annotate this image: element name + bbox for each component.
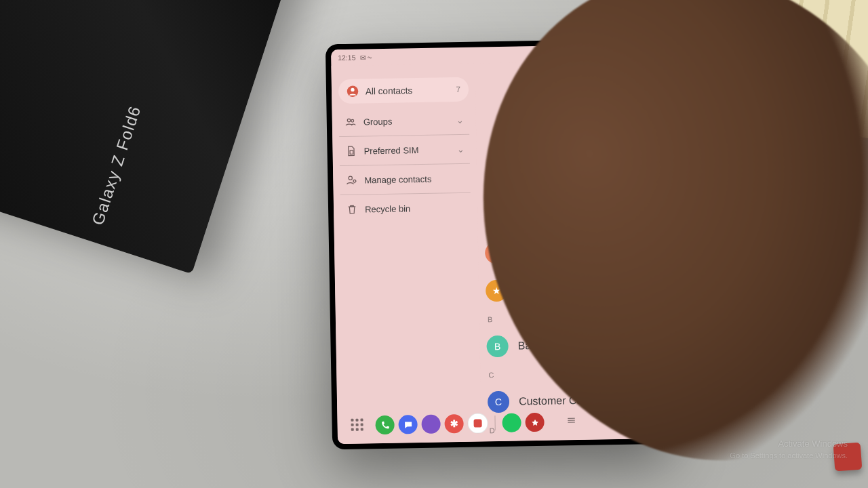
trash-icon xyxy=(346,203,358,216)
background-corner-card xyxy=(833,443,863,472)
sidebar-item-manage-contacts[interactable]: Manage contacts xyxy=(340,164,471,195)
dock-app-red-icon[interactable]: ✱ xyxy=(444,414,463,433)
sidebar-item-preferred-sim[interactable]: Preferred SIM ⌄ xyxy=(339,135,470,166)
contact-name: Camerone Wanarua xyxy=(516,245,614,259)
dock-phone-icon[interactable] xyxy=(375,415,394,434)
windows-activate-watermark: Activate Windows Go to Settings to activ… xyxy=(730,438,848,461)
panel-header-space xyxy=(475,60,661,190)
svg-point-7 xyxy=(646,194,653,201)
sidebar: All contacts 7 Groups ⌄ Preferred SIM ⌄ xyxy=(331,64,481,445)
background-blocks xyxy=(709,0,868,140)
svg-point-8 xyxy=(494,249,498,253)
svg-point-3 xyxy=(351,119,354,122)
add-icon[interactable] xyxy=(614,190,632,207)
dock-messages-icon[interactable] xyxy=(398,415,417,434)
avatar xyxy=(485,242,507,264)
contacts-app: All contacts 7 Groups ⌄ Preferred SIM ⌄ xyxy=(331,60,666,444)
sidebar-label: Preferred SIM xyxy=(363,145,418,156)
all-contacts-count: 7 xyxy=(456,85,460,94)
nav-home-icon[interactable] xyxy=(604,414,615,428)
background-product-box xyxy=(0,0,309,274)
dock-spotify-icon[interactable] xyxy=(502,413,521,432)
contact-name: Balance Enq xyxy=(517,339,579,352)
chevron-down-icon: ⌄ xyxy=(456,144,464,154)
svg-point-5 xyxy=(349,176,352,180)
dock: ✱ xyxy=(375,412,544,435)
add-favourite-row[interactable]: ★ Add your favourite contacts xyxy=(481,269,661,310)
svg-rect-4 xyxy=(350,150,353,154)
sidebar-label: Recycle bin xyxy=(365,203,410,214)
manage-contacts-icon xyxy=(345,174,357,186)
status-indicators: ✉ ⏦ xyxy=(359,53,372,61)
taskbar: ✱ xyxy=(337,405,666,444)
contact-row[interactable]: B Balance Enq xyxy=(482,325,662,366)
svg-point-2 xyxy=(347,119,351,122)
sim-icon xyxy=(344,145,357,157)
nav-recent-icon[interactable] xyxy=(565,415,577,428)
nav-back-icon[interactable] xyxy=(642,414,652,426)
sidebar-item-all-contacts[interactable]: All contacts 7 xyxy=(338,77,469,104)
sidebar-label: Manage contacts xyxy=(364,174,431,185)
dock-pdf-icon[interactable] xyxy=(525,413,544,432)
panel-toolbar xyxy=(477,186,663,220)
dock-divider xyxy=(494,415,495,430)
watermark-sub: Go to Settings to activate Windows. xyxy=(730,451,848,461)
device-screen: 12:15 ✉ ⏦ All contacts 7 Groups xyxy=(331,44,666,444)
search-icon[interactable] xyxy=(642,189,659,207)
sidebar-item-groups[interactable]: Groups ⌄ xyxy=(338,106,469,137)
apps-grid-icon[interactable] xyxy=(351,418,364,432)
chevron-down-icon: ⌄ xyxy=(456,115,464,125)
hamburger-icon[interactable] xyxy=(481,192,499,209)
svg-rect-9 xyxy=(607,416,613,422)
avatar: B xyxy=(486,336,509,358)
status-time: 12:15 xyxy=(338,54,355,62)
sidebar-item-recycle-bin[interactable]: Recycle bin xyxy=(340,193,471,224)
sidebar-label: All contacts xyxy=(366,85,412,96)
foldable-device-frame: 12:15 ✉ ⏦ All contacts 7 Groups xyxy=(326,39,671,450)
star-icon: ★ xyxy=(486,280,508,302)
watermark-title: Activate Windows xyxy=(730,438,848,450)
favourite-label: Add your favourite contacts xyxy=(517,282,648,296)
dock-screenrec-icon[interactable] xyxy=(467,413,488,434)
dock-app-purple-icon[interactable] xyxy=(421,415,440,434)
contacts-panel: My profile Camerone Wanarua ★ Add your f… xyxy=(475,60,666,442)
contact-icon xyxy=(347,85,359,98)
android-nav xyxy=(565,413,652,428)
my-profile-row[interactable]: Camerone Wanarua xyxy=(481,231,660,272)
sidebar-label: Groups xyxy=(363,116,393,127)
groups-icon xyxy=(344,116,357,128)
